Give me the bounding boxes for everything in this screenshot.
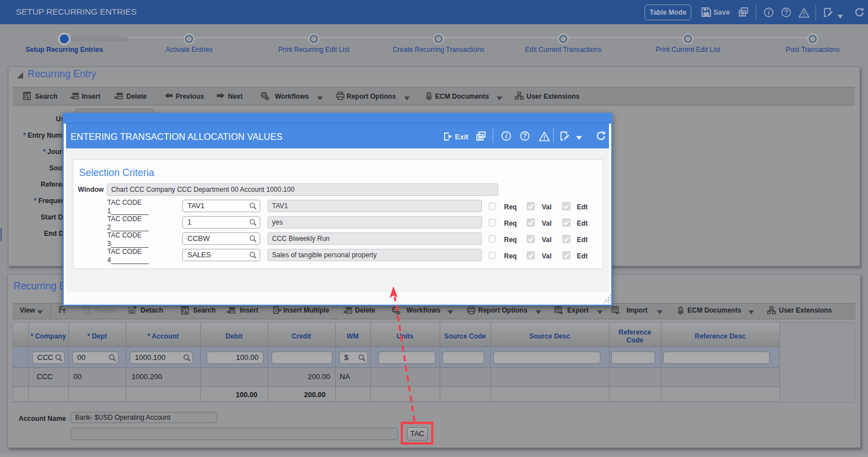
svg-text:?: ? <box>523 132 527 140</box>
svg-text:i: i <box>768 8 770 16</box>
svg-text:i: i <box>505 132 507 140</box>
svg-text:?: ? <box>784 8 788 16</box>
